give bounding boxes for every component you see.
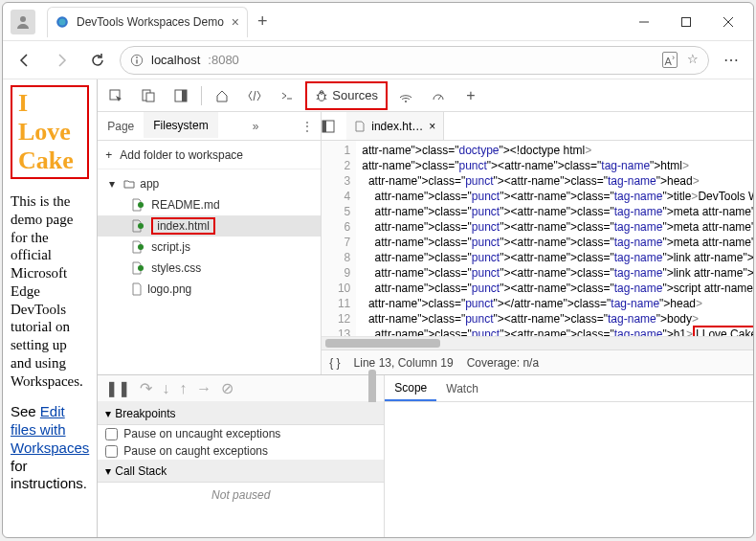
rendered-page: I Love Cake This is the demo page for th… xyxy=(3,79,97,537)
svg-point-9 xyxy=(136,56,138,58)
tree-file[interactable]: styles.css xyxy=(98,258,321,279)
page-paragraph-2: See Edit files with Workspaces for instr… xyxy=(11,403,89,493)
step-icon[interactable]: → xyxy=(196,380,211,397)
step-out-icon[interactable]: ↑ xyxy=(179,380,187,397)
title-bar: DevTools Workspaces Demo × + xyxy=(3,3,753,41)
callstack-not-paused: Not paused xyxy=(98,483,384,507)
page-paragraph-1: This is the demo page for the official M… xyxy=(11,192,89,390)
scope-tab[interactable]: Scope xyxy=(385,375,436,401)
brackets-icon[interactable]: { } xyxy=(329,356,340,370)
add-folder-button[interactable]: + Add folder to workspace xyxy=(98,141,321,169)
profile-avatar[interactable] xyxy=(11,10,35,34)
plus-icon: + xyxy=(105,148,112,162)
coverage-status[interactable]: Coverage: n/a xyxy=(467,356,539,370)
code-content[interactable]: attr-name">class="doctype"><!doctype htm… xyxy=(356,141,753,336)
refresh-button[interactable] xyxy=(83,46,112,75)
content-area: I Love Cake This is the demo page for th… xyxy=(3,79,753,537)
folder-icon xyxy=(122,178,136,190)
sources-tab[interactable]: Sources xyxy=(305,81,388,110)
console-tab-icon[interactable] xyxy=(273,81,301,110)
debugger-pane: ❚❚ ↷ ↓ ↑ → ⊘ ▾Breakpoints Pause on uncau… xyxy=(98,375,385,537)
devtools-main: Page Filesystem » ⋮ + Add folder to work… xyxy=(98,112,753,374)
callstack-section[interactable]: ▾Call Stack xyxy=(98,460,384,483)
svg-rect-4 xyxy=(682,17,691,26)
browser-tab[interactable]: DevTools Workspaces Demo × xyxy=(47,7,248,37)
chevron-down-icon: ▾ xyxy=(105,407,111,420)
tree-file[interactable]: index.html xyxy=(98,215,321,237)
chevron-down-icon: ▾ xyxy=(105,177,119,191)
sources-label: Sources xyxy=(332,88,378,102)
tree-file[interactable]: script.js xyxy=(98,237,321,258)
editor-pane: index.ht… × 1234567891011121314 attr-nam… xyxy=(322,112,753,374)
person-icon xyxy=(15,14,31,30)
navigator-tabs: Page Filesystem » ⋮ xyxy=(98,112,321,141)
file-icon xyxy=(354,121,366,132)
line-gutter: 1234567891011121314 xyxy=(322,141,356,336)
reader-mode-icon[interactable]: A› xyxy=(662,52,678,68)
file-icon xyxy=(130,282,144,296)
minimize-button[interactable] xyxy=(623,8,665,36)
new-tab-button[interactable]: + xyxy=(252,11,274,32)
scope-tabs: Scope Watch xyxy=(385,375,753,402)
menu-button[interactable]: ⋯ xyxy=(717,46,745,75)
tree-folder-app[interactable]: ▾ app xyxy=(98,173,321,194)
editor-scrollbar-horizontal[interactable] xyxy=(322,336,753,349)
pause-icon[interactable]: ❚❚ xyxy=(105,379,130,397)
tab-close-icon[interactable]: × xyxy=(232,14,239,30)
browser-window: DevTools Workspaces Demo × + localhost:8… xyxy=(2,2,754,538)
dock-side-icon[interactable] xyxy=(167,81,195,110)
chevron-down-icon: ▾ xyxy=(105,464,111,478)
favorite-icon[interactable]: ☆ xyxy=(687,52,699,68)
performance-tab-icon[interactable] xyxy=(424,81,453,110)
code-editor[interactable]: 1234567891011121314 attr-name">class="do… xyxy=(322,141,753,336)
page-heading: I Love Cake xyxy=(11,85,89,179)
tree-file[interactable]: README.md xyxy=(98,194,321,215)
editor-tabs: index.ht… × xyxy=(322,112,753,141)
editor-sidebar-toggle-icon[interactable] xyxy=(322,120,346,133)
inspect-element-icon[interactable] xyxy=(101,81,130,110)
svg-rect-12 xyxy=(146,93,154,101)
tree-file[interactable]: logo.png xyxy=(98,279,321,300)
back-button[interactable] xyxy=(11,46,39,75)
navigator-overflow-icon[interactable]: » xyxy=(247,120,265,133)
bug-icon xyxy=(315,89,328,102)
file-name: index.html xyxy=(151,217,215,235)
window-controls xyxy=(623,8,749,36)
filesystem-tab[interactable]: Filesystem xyxy=(144,112,217,140)
devtools-toolbar: Sources + ⋯ × xyxy=(98,79,753,112)
editor-status-bar: { } Line 13, Column 19 Coverage: n/a xyxy=(322,349,753,374)
close-window-button[interactable] xyxy=(707,8,749,36)
step-into-icon[interactable]: ↓ xyxy=(162,380,169,397)
watch-tab[interactable]: Watch xyxy=(436,375,488,401)
tab-title: DevTools Workspaces Demo xyxy=(77,15,224,29)
breakpoints-section[interactable]: ▾Breakpoints xyxy=(98,402,384,425)
svg-line-22 xyxy=(438,96,441,100)
pause-caught-checkbox[interactable]: Pause on caught exceptions xyxy=(98,442,384,460)
file-name: styles.css xyxy=(151,261,201,275)
pause-uncaught-checkbox[interactable]: Pause on uncaught exceptions xyxy=(98,425,384,442)
address-bar[interactable]: localhost:8080 A› ☆ xyxy=(120,46,709,75)
file-tree: ▾ app README.mdindex.htmlscript.jsstyles… xyxy=(98,169,321,304)
file-name: README.md xyxy=(151,198,219,212)
cursor-position: Line 13, Column 19 xyxy=(354,356,454,370)
devtools-bottom: ❚❚ ↷ ↓ ↑ → ⊘ ▾Breakpoints Pause on uncau… xyxy=(98,374,753,537)
navigator-menu-icon[interactable]: ⋮ xyxy=(294,120,321,133)
editor-tab-index[interactable]: index.ht… × xyxy=(346,112,444,140)
svg-point-2 xyxy=(59,19,66,26)
elements-tab-icon[interactable] xyxy=(240,81,269,110)
maximize-button[interactable] xyxy=(665,8,707,36)
navigator-pane: Page Filesystem » ⋮ + Add folder to work… xyxy=(98,112,322,374)
page-tab[interactable]: Page xyxy=(98,112,144,140)
site-info-icon[interactable] xyxy=(130,54,144,67)
scope-not-paused: Not paused xyxy=(385,402,753,427)
svg-rect-14 xyxy=(182,90,187,101)
address-host: localhost xyxy=(151,53,200,67)
scope-pane: Scope Watch Not paused xyxy=(385,375,753,537)
step-over-icon[interactable]: ↷ xyxy=(140,379,152,397)
deactivate-breakpoints-icon[interactable]: ⊘ xyxy=(221,379,233,397)
device-emulation-icon[interactable] xyxy=(134,81,163,110)
welcome-tab-icon[interactable] xyxy=(208,81,236,110)
more-tabs-button[interactable]: + xyxy=(456,81,485,110)
network-tab-icon[interactable] xyxy=(391,81,420,110)
editor-tab-close-icon[interactable]: × xyxy=(429,120,435,133)
